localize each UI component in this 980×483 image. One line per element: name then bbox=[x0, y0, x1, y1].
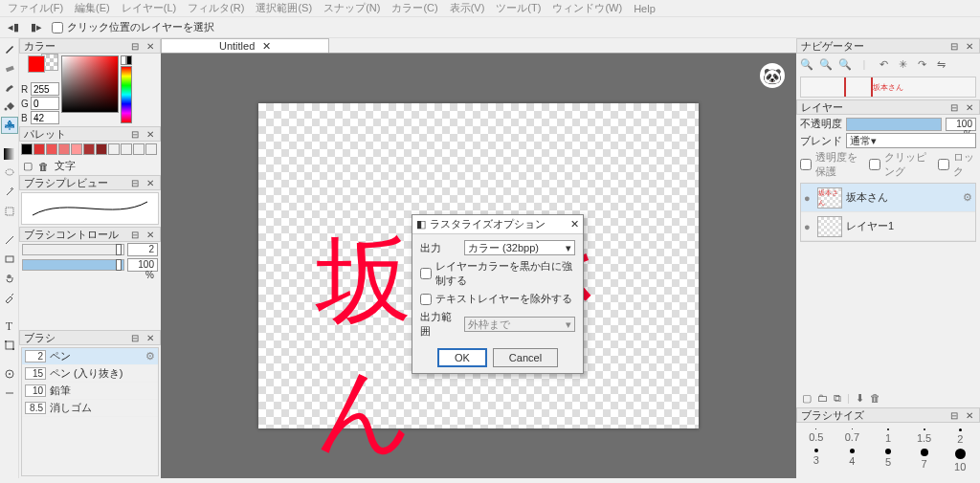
tool-rect-select[interactable] bbox=[1, 203, 18, 220]
bsz-15[interactable]: 1.5 bbox=[910, 428, 939, 445]
tool-misc[interactable] bbox=[1, 384, 18, 402]
new-layer-icon[interactable]: ▢ bbox=[802, 392, 812, 405]
opacity-value[interactable]: 100 % bbox=[127, 258, 158, 272]
brush-size-num[interactable]: 15 bbox=[25, 367, 46, 380]
palette-swatch-empty[interactable] bbox=[145, 143, 157, 155]
tool-wand[interactable] bbox=[1, 184, 18, 201]
menu-help[interactable]: Help bbox=[630, 2, 659, 15]
tool-picker[interactable] bbox=[1, 365, 18, 383]
menu-view[interactable]: 表示(V) bbox=[446, 0, 489, 16]
brush-row-eraser[interactable]: 8.5 消しゴム bbox=[22, 400, 158, 417]
tab-close-icon[interactable]: ✕ bbox=[262, 40, 271, 53]
close-icon[interactable]: ✕ bbox=[145, 177, 156, 188]
navigator-thumbnail[interactable]: 坂本さん bbox=[800, 77, 976, 98]
tool-gradient[interactable] bbox=[1, 145, 18, 163]
new-page-icon[interactable]: ▢ bbox=[23, 160, 33, 172]
menu-snap[interactable]: スナップ(N) bbox=[320, 0, 384, 16]
opacity-slider[interactable] bbox=[22, 259, 124, 271]
bsz-2[interactable]: 2 bbox=[946, 428, 974, 445]
bsz-4[interactable]: 4 bbox=[838, 449, 867, 472]
pin-icon[interactable]: ⊟ bbox=[129, 40, 141, 52]
gear-icon[interactable]: ⚙ bbox=[145, 350, 155, 362]
pin-icon[interactable]: ⊟ bbox=[129, 128, 141, 140]
pin-icon[interactable]: ⊟ bbox=[129, 229, 141, 240]
r-input[interactable] bbox=[31, 82, 59, 96]
click-layer-checkbox[interactable]: クリック位置のレイヤーを選択 bbox=[52, 20, 214, 34]
dup-layer-icon[interactable]: ⧉ bbox=[834, 392, 841, 405]
menu-color[interactable]: カラー(C) bbox=[388, 0, 441, 16]
bsz-1[interactable]: 1 bbox=[874, 428, 902, 445]
bsz-3[interactable]: 3 bbox=[802, 449, 831, 472]
close-icon[interactable]: ✕ bbox=[145, 332, 156, 343]
palette-swatch[interactable] bbox=[21, 143, 33, 155]
flip-icon[interactable]: ⇋ bbox=[934, 57, 947, 71]
tool-move[interactable] bbox=[1, 117, 18, 134]
click-layer-checkbox-input[interactable] bbox=[52, 22, 63, 33]
color-picker[interactable] bbox=[61, 55, 119, 113]
bsz-7[interactable]: 7 bbox=[910, 449, 939, 472]
rotate-ccw-icon[interactable]: ↶ bbox=[877, 57, 890, 71]
visibility-icon[interactable]: ● bbox=[804, 192, 813, 204]
brush-size-num[interactable]: 2 bbox=[25, 350, 46, 362]
tool-transform[interactable] bbox=[1, 337, 18, 354]
palette-swatch[interactable] bbox=[58, 143, 70, 155]
pin-icon[interactable]: ⊟ bbox=[129, 332, 141, 343]
layer-item-1[interactable]: ● レイヤー1 bbox=[801, 212, 975, 241]
cancel-button[interactable]: Cancel bbox=[493, 348, 558, 367]
palette-swatch-empty[interactable] bbox=[133, 143, 145, 155]
pin-icon[interactable]: ⊟ bbox=[948, 40, 960, 52]
brush-row-pencil[interactable]: 10 鉛筆 bbox=[22, 383, 158, 400]
zoom-fit-icon[interactable]: 🔍 bbox=[838, 57, 852, 71]
pin-icon[interactable]: ⊟ bbox=[948, 101, 960, 113]
visibility-icon[interactable]: ● bbox=[804, 221, 813, 232]
tab-untitled[interactable]: Untitled ✕ bbox=[161, 38, 329, 53]
close-icon[interactable]: ✕ bbox=[964, 101, 975, 113]
close-icon[interactable]: ✕ bbox=[964, 40, 975, 52]
size-value[interactable]: 2 bbox=[127, 243, 158, 256]
palette-swatch[interactable] bbox=[46, 143, 57, 155]
tool-pen[interactable] bbox=[1, 40, 18, 57]
layer-name[interactable]: レイヤー1 bbox=[846, 219, 894, 233]
exclude-text-checkbox[interactable]: テキストレイヤーを除外する bbox=[420, 292, 575, 306]
dialog-close-icon[interactable]: ✕ bbox=[570, 218, 579, 231]
tool-text[interactable]: T bbox=[1, 318, 18, 335]
tool-lasso[interactable] bbox=[1, 165, 18, 182]
brush-row-pen2[interactable]: 15 ペン (入り抜き) bbox=[22, 365, 158, 383]
bsz-07[interactable]: 0.7 bbox=[838, 428, 867, 445]
g-input[interactable] bbox=[31, 97, 59, 110]
tool-fill[interactable] bbox=[1, 98, 18, 115]
tool-shape[interactable] bbox=[1, 251, 18, 268]
tool-brush[interactable] bbox=[1, 78, 18, 96]
layer-name[interactable]: 坂本さん bbox=[846, 190, 888, 205]
palette-swatch-empty[interactable] bbox=[108, 143, 120, 155]
rotate-cw-icon[interactable]: ↷ bbox=[915, 57, 928, 71]
lock-checkbox[interactable]: ロック bbox=[938, 150, 976, 179]
brush-size-num[interactable]: 10 bbox=[25, 384, 46, 397]
size-slider[interactable] bbox=[22, 244, 124, 255]
close-icon[interactable]: ✕ bbox=[964, 409, 975, 421]
menu-layer[interactable]: レイヤー(L) bbox=[118, 0, 180, 16]
menu-file[interactable]: ファイル(F) bbox=[4, 0, 67, 16]
menu-tool[interactable]: ツール(T) bbox=[492, 0, 545, 16]
tool-eraser[interactable] bbox=[1, 59, 18, 77]
menu-edit[interactable]: 編集(E) bbox=[71, 0, 114, 16]
layer-item-sakamoto[interactable]: ● 坂本さん 坂本さん ⚙ bbox=[801, 184, 975, 212]
palette-swatch[interactable] bbox=[71, 143, 82, 155]
palette-swatch[interactable] bbox=[83, 143, 95, 155]
palette-swatch[interactable] bbox=[33, 143, 45, 155]
opacity-bar[interactable] bbox=[846, 118, 942, 131]
zoom-out-icon[interactable]: 🔍 bbox=[819, 57, 833, 71]
brush-row-pen[interactable]: 2 ペン ⚙ bbox=[22, 348, 158, 365]
trash-icon[interactable]: 🗑 bbox=[870, 392, 880, 405]
blend-select[interactable]: 通常▾ bbox=[846, 133, 976, 148]
close-icon[interactable]: ✕ bbox=[145, 128, 156, 140]
b-input[interactable] bbox=[31, 111, 59, 124]
tool-eyedropper[interactable] bbox=[1, 289, 18, 306]
zoom-in-icon[interactable]: 🔍 bbox=[800, 57, 813, 71]
menu-selection[interactable]: 選択範囲(S) bbox=[252, 0, 316, 16]
merge-icon[interactable]: ⬇ bbox=[856, 392, 864, 405]
force-bw-checkbox[interactable]: レイヤーカラーを黒か白に強制する bbox=[420, 259, 575, 288]
tool-line[interactable] bbox=[1, 231, 18, 249]
tool-hand[interactable] bbox=[1, 270, 18, 287]
pin-icon[interactable]: ⊟ bbox=[129, 177, 141, 188]
